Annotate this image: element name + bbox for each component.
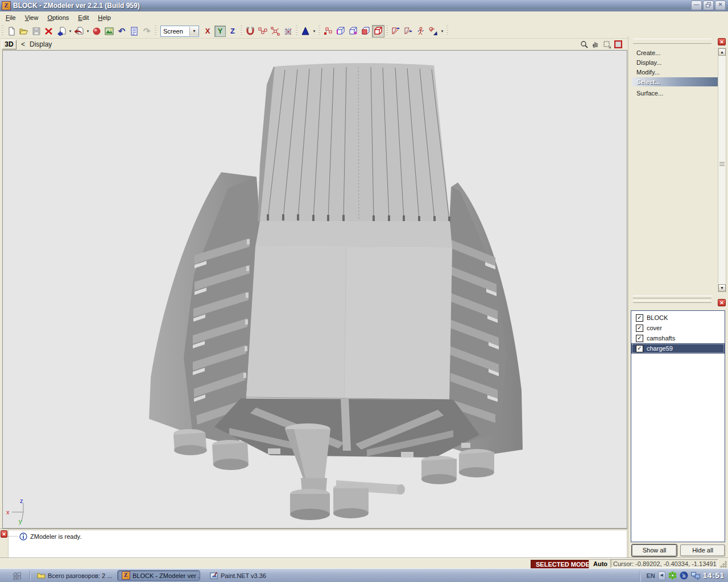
import-dropdown-arrow[interactable]: ▾ xyxy=(68,29,73,34)
bones-menu-button[interactable] xyxy=(427,25,440,38)
export-file-button[interactable] xyxy=(73,25,85,38)
command-item-modify[interactable]: Modify... xyxy=(632,68,719,77)
toolbar-grip[interactable] xyxy=(2,26,3,37)
scroll-down-icon[interactable]: ▼ xyxy=(718,284,726,292)
hide-all-button[interactable]: Hide all xyxy=(680,544,725,556)
checkbox-checked-icon[interactable]: ✓ xyxy=(636,314,643,322)
cursor-readout: Cursor: -0.89202, -0.40334, -1.13491 xyxy=(610,559,718,568)
menu-item-edit[interactable]: Edit xyxy=(73,13,93,23)
axis-z-button[interactable]: Z xyxy=(227,26,238,37)
status-bar: SELECTED MODE Auto Cursor: -0.89202, -0.… xyxy=(0,558,728,568)
toolbar-grip[interactable] xyxy=(241,26,242,37)
object-row-block[interactable]: ✓ BLOCK xyxy=(631,313,725,323)
command-item-select[interactable]: Select... xyxy=(632,77,719,86)
delete-button[interactable] xyxy=(43,25,55,38)
task-item-paintnet[interactable]: Paint.NET v3.36 xyxy=(206,570,276,581)
close-button[interactable]: ✕ xyxy=(715,1,726,10)
new-file-button[interactable] xyxy=(5,25,18,38)
view-back-button[interactable]: < xyxy=(21,40,25,48)
scroll-up-icon[interactable]: ▲ xyxy=(718,48,726,56)
redo-icon: ↷ xyxy=(143,27,151,35)
panel-grip[interactable] xyxy=(633,39,712,44)
cone-dropdown-arrow[interactable]: ▾ xyxy=(312,29,317,34)
faces-cube-level-button[interactable] xyxy=(347,25,359,38)
show-all-button[interactable]: Show all xyxy=(632,544,677,556)
log-close-button[interactable]: ✕ xyxy=(1,530,7,538)
task-item-conversations[interactable]: Всего разговоров: 2 ... xyxy=(33,570,114,581)
checkbox-checked-icon[interactable]: ✓ xyxy=(636,325,643,332)
restore-button[interactable] xyxy=(703,1,714,10)
save-file-button[interactable] xyxy=(30,25,43,38)
command-item-display[interactable]: Display... xyxy=(632,58,719,67)
window-title: BLOCK - ZModeler ver 2.2.1 (Build 959) xyxy=(13,2,140,10)
screen-view-select[interactable]: Screen ▼ xyxy=(160,26,199,37)
magnet-snap-button[interactable] xyxy=(244,25,257,38)
resize-grip[interactable] xyxy=(720,561,727,568)
log-entry[interactable]: ZModeler is ready. xyxy=(8,533,81,541)
notes-button[interactable] xyxy=(128,25,140,38)
viewport-3d[interactable]: x y z xyxy=(2,50,627,529)
object-row-cover[interactable]: ✓ cover xyxy=(631,323,725,333)
undo-button[interactable]: ↶ xyxy=(115,25,128,38)
panel-grip[interactable] xyxy=(633,296,712,298)
tray-clock[interactable]: 14:51 xyxy=(703,571,725,580)
checkbox-checked-icon[interactable]: ✓ xyxy=(636,335,643,342)
titlebar: Z BLOCK - ZModeler ver 2.2.1 (Build 959)… xyxy=(0,0,728,11)
pin-up-button[interactable] xyxy=(390,25,402,38)
export-dropdown-arrow[interactable]: ▾ xyxy=(85,29,90,34)
command-item-surface[interactable]: Surface... xyxy=(632,89,719,98)
windows-flag-icon[interactable] xyxy=(13,571,27,581)
checkbox-checked-icon[interactable]: ✓ xyxy=(636,345,643,352)
combo-dropdown-icon[interactable]: ▼ xyxy=(189,27,198,36)
skeleton-button[interactable] xyxy=(415,25,427,38)
toolbar-grip[interactable] xyxy=(386,26,388,37)
scrollbar-grip[interactable] xyxy=(719,162,725,167)
tray-language[interactable]: EN xyxy=(646,572,655,579)
pan-tool-button[interactable] xyxy=(590,40,601,49)
menu-item-file[interactable]: File xyxy=(1,13,20,23)
network-icon[interactable] xyxy=(691,572,700,580)
axis-gizmo: x y z xyxy=(6,500,35,526)
bones-dropdown-arrow[interactable]: ▾ xyxy=(440,29,445,34)
objects-panel-close-button[interactable]: ✕ xyxy=(718,299,726,306)
snap-vertices-button[interactable] xyxy=(257,25,269,38)
commands-scrollbar[interactable]: ▲ ▼ xyxy=(718,48,726,292)
minimize-button[interactable]: — xyxy=(691,1,702,10)
open-file-button[interactable] xyxy=(18,25,30,38)
menu-item-options[interactable]: Options xyxy=(43,13,73,23)
toolbar-grip[interactable] xyxy=(296,26,297,37)
render-view-button[interactable] xyxy=(103,25,115,38)
orbit-tool-button[interactable] xyxy=(602,40,612,49)
icq-flower-icon[interactable] xyxy=(668,571,677,580)
task-item-zmodeler[interactable]: Z BLOCK - ZModeler ver ... xyxy=(117,570,200,581)
zoom-tool-button[interactable] xyxy=(579,40,589,49)
redo-button[interactable]: ↷ xyxy=(140,25,153,38)
auto-button[interactable]: Auto xyxy=(589,559,612,569)
polygons-cube-level-button[interactable] xyxy=(359,25,372,38)
cone-axis-button[interactable] xyxy=(299,25,312,38)
snap-intersection-button[interactable] xyxy=(269,25,282,38)
view-mode-button[interactable]: 3D xyxy=(2,40,16,49)
toolbar-grip[interactable] xyxy=(318,26,320,37)
object-row-charge59[interactable]: ✓ charge59 xyxy=(631,343,725,354)
object-row-camshafts[interactable]: ✓ camshafts xyxy=(631,333,725,343)
axis-y-button[interactable]: Y xyxy=(214,26,226,37)
snap-grid-button[interactable] xyxy=(282,25,294,38)
a-badge-icon[interactable]: a xyxy=(680,571,688,580)
toolbar-grip[interactable] xyxy=(446,26,448,37)
menu-item-help[interactable]: Help xyxy=(93,13,115,23)
tray-collapse-chevron-icon[interactable]: ◀ xyxy=(658,571,665,580)
maximize-viewport-button[interactable] xyxy=(613,40,623,49)
panel-grip[interactable] xyxy=(633,300,712,303)
import-file-button[interactable] xyxy=(55,25,68,38)
material-sphere-button[interactable] xyxy=(90,25,103,38)
objects-cube-level-button[interactable] xyxy=(372,25,384,38)
edges-cube-level-button[interactable] xyxy=(334,25,347,38)
menu-item-view[interactable]: View xyxy=(20,13,43,23)
commands-panel-close-button[interactable]: ✕ xyxy=(718,38,726,45)
axis-x-button[interactable]: X xyxy=(202,26,213,37)
vertices-level-button[interactable] xyxy=(322,25,334,38)
toolbar-grip[interactable] xyxy=(155,26,156,37)
command-item-create[interactable]: Create... xyxy=(632,48,719,57)
pin-down-button[interactable] xyxy=(402,25,415,38)
